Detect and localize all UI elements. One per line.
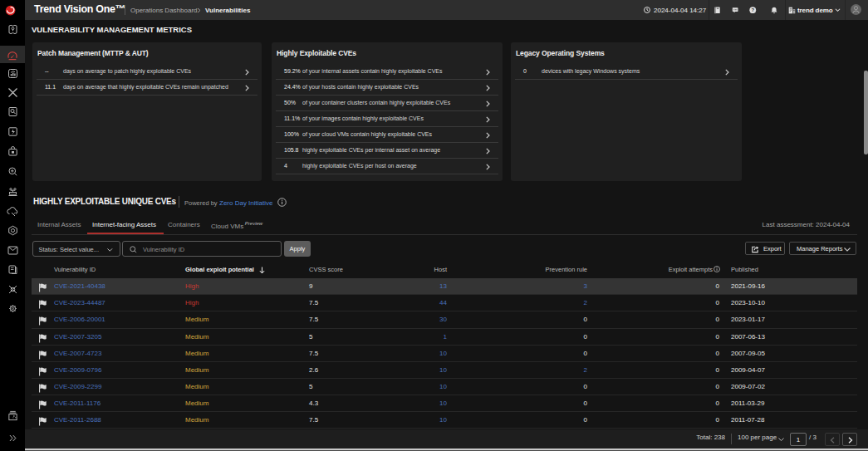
svg-text:?: ?	[751, 7, 754, 12]
